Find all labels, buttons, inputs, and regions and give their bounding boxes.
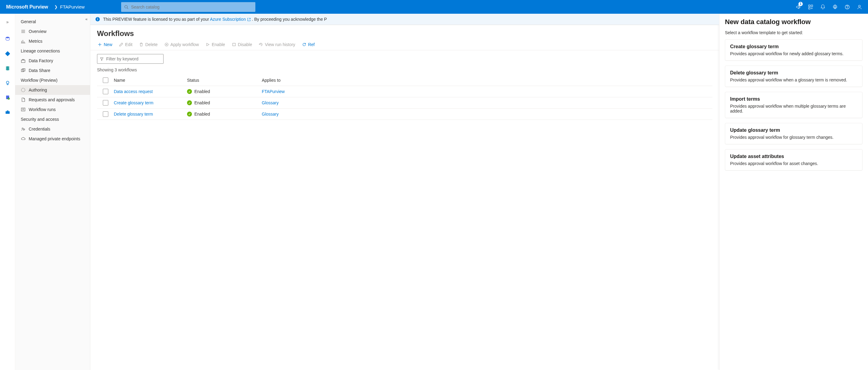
top-bar: Microsoft Purview ❯ FTAPurview 1 (0, 0, 868, 14)
breadcrumb-crumb[interactable]: FTAPurview (60, 4, 85, 9)
document-icon (21, 97, 26, 102)
notifications-icon[interactable] (817, 1, 829, 13)
select-all-checkbox[interactable] (103, 78, 108, 83)
nav-item-credentials[interactable]: Credentials (15, 124, 90, 134)
nav-item-workflow-runs[interactable]: Workflow runs (15, 104, 90, 114)
rail-management-icon[interactable] (2, 106, 13, 118)
template-card[interactable]: Update asset attributesProvides approval… (725, 149, 863, 171)
svg-rect-10 (5, 51, 10, 56)
banner-link[interactable]: Azure Subscription (210, 17, 250, 22)
svg-point-0 (125, 5, 127, 8)
toolbar: New Edit Delete Apply workflow Enable (90, 40, 719, 50)
workflow-name-link[interactable]: Data access request (114, 89, 153, 94)
nav-item-endpoints[interactable]: Managed private endpoints (15, 134, 90, 144)
table-row[interactable]: Create glossary term✓EnabledGlossary (97, 97, 712, 109)
toolbar-label: New (104, 42, 112, 47)
col-name[interactable]: Name (114, 78, 187, 83)
applies-to-link[interactable]: Glossary (262, 100, 279, 105)
nav-label: Data Share (29, 68, 50, 73)
search-icon (124, 5, 128, 9)
nav-item-authoring[interactable]: Authoring (15, 85, 90, 95)
factory-icon (21, 58, 26, 63)
nav-label: Overview (29, 29, 46, 34)
svg-rect-3 (811, 5, 813, 6)
nav-item-data-factory[interactable]: Data Factory (15, 56, 90, 66)
table-row[interactable]: Data access request✓EnabledFTAPurview (97, 86, 712, 97)
preview-banner: This PREVIEW feature is licensed to you … (90, 14, 719, 25)
svg-rect-43 (232, 43, 235, 46)
svg-point-29 (21, 88, 25, 92)
status-enabled-icon: ✓ (187, 100, 192, 105)
nav-item-requests[interactable]: Requests and approvals (15, 95, 90, 104)
rail-policy-icon[interactable] (2, 92, 13, 103)
table-row[interactable]: Delete glossary term✓EnabledGlossary (97, 109, 712, 120)
directory-icon[interactable] (805, 1, 817, 13)
svg-rect-36 (97, 19, 98, 21)
feedback-icon[interactable] (854, 1, 866, 13)
edit-button[interactable]: Edit (119, 42, 132, 47)
svg-point-9 (6, 37, 9, 38)
panel-title: New data catalog workflow (725, 18, 863, 26)
template-card[interactable]: Create glossary termProvides approval wo… (725, 39, 863, 61)
nav-collapse-icon[interactable]: « (86, 17, 88, 21)
svg-rect-18 (7, 111, 8, 111)
rail-expand-icon[interactable]: » (2, 16, 13, 28)
rail-collections-icon[interactable] (2, 63, 13, 74)
applies-to-link[interactable]: Glossary (262, 112, 279, 117)
col-applies[interactable]: Applies to (262, 78, 712, 83)
col-status[interactable]: Status (187, 78, 262, 83)
svg-point-34 (24, 129, 25, 130)
main-content: This PREVIEW feature is licensed to you … (90, 14, 719, 370)
filter-icon (100, 57, 104, 61)
enable-button[interactable]: Enable (206, 42, 225, 47)
filter-input[interactable] (97, 54, 163, 64)
delete-button[interactable]: Delete (139, 42, 157, 47)
search-box[interactable] (121, 2, 255, 12)
search-input[interactable] (131, 5, 252, 9)
announcements-icon[interactable]: 1 (792, 1, 805, 13)
template-card[interactable]: Update glossary termProvides approval wo… (725, 123, 863, 144)
results-count: Showing 3 workflows (90, 65, 719, 75)
template-card[interactable]: Import termsProvides approval workflow w… (725, 92, 863, 118)
toolbar-label: Disable (238, 42, 252, 47)
side-nav: « General Overview Metrics Lineage conne… (15, 14, 90, 370)
row-checkbox[interactable] (103, 100, 108, 105)
svg-point-33 (22, 128, 23, 129)
chart-icon (21, 39, 26, 43)
filter-text-input[interactable] (106, 56, 161, 61)
apply-workflow-button[interactable]: Apply workflow (164, 42, 199, 47)
nav-item-data-share[interactable]: Data Share (15, 66, 90, 75)
svg-point-37 (97, 18, 98, 19)
cloud-icon (21, 136, 26, 141)
row-checkbox[interactable] (103, 111, 108, 117)
view-run-history-button[interactable]: View run history (259, 42, 295, 47)
rail-data-sources-icon[interactable] (2, 33, 13, 45)
nav-item-overview[interactable]: Overview (15, 27, 90, 36)
rail-insights-icon[interactable] (2, 77, 13, 89)
banner-text-suffix: . By proceeding you acknowledge the P (252, 17, 327, 22)
svg-point-8 (859, 5, 860, 7)
new-workflow-panel: New data catalog workflow Select a workf… (719, 14, 868, 370)
template-card[interactable]: Delete glossary termProvides approval wo… (725, 66, 863, 87)
plus-circle-icon (164, 42, 169, 47)
nav-item-metrics[interactable]: Metrics (15, 36, 90, 46)
workflow-name-link[interactable]: Delete glossary term (114, 112, 153, 117)
nav-section-security: Security and access (15, 114, 90, 124)
applies-to-link[interactable]: FTAPurview (262, 89, 285, 94)
status-text: Enabled (194, 112, 210, 117)
disable-button[interactable]: Disable (232, 42, 252, 47)
refresh-icon (302, 42, 306, 47)
svg-rect-17 (5, 111, 9, 114)
template-desc: Provides approval workflow when multiple… (730, 104, 857, 114)
rail-data-map-icon[interactable] (2, 48, 13, 60)
nav-label: Managed private endpoints (29, 136, 80, 141)
help-icon[interactable] (841, 1, 854, 13)
banner-text-prefix: This PREVIEW feature is licensed to you … (103, 17, 210, 22)
new-button[interactable]: New (98, 42, 112, 47)
settings-icon[interactable] (829, 1, 841, 13)
brand-title[interactable]: Microsoft Purview (2, 4, 52, 10)
row-checkbox[interactable] (103, 89, 108, 94)
workflow-name-link[interactable]: Create glossary term (114, 100, 153, 105)
table-header: Name Status Applies to (97, 75, 712, 86)
refresh-button[interactable]: Ref (302, 42, 315, 47)
